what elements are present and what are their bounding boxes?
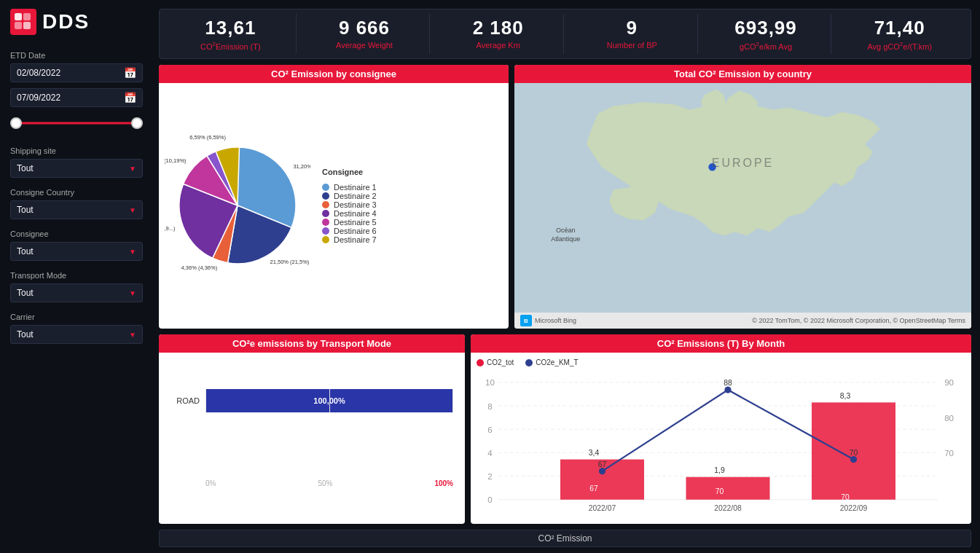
transport-chart-header: CO²e emissions by Transport Mode	[159, 334, 465, 353]
transport-bar-label-road: ROAD	[170, 396, 200, 405]
svg-text:2: 2	[487, 472, 492, 481]
line-dot-2	[724, 387, 731, 393]
kpi-gco2-km: 693,99 gCO2e/km Avg	[701, 14, 832, 54]
chevron-down-icon-4: ▼	[129, 289, 136, 297]
transport-axis: 0% 50% 100%	[170, 479, 453, 487]
svg-text:67: 67	[589, 485, 598, 493]
svg-text:10,19% (10,19%): 10,19% (10,19%)	[165, 157, 187, 164]
svg-text:23,96% (23,9...): 23,96% (23,9...)	[165, 225, 176, 232]
transport-bar-inner-road: 100,00%	[205, 389, 453, 412]
legend-item-6: Destinaire 7	[322, 235, 377, 244]
filter-consignee: Consignee Tout ▼	[10, 230, 143, 261]
dropdown-consignee[interactable]: Tout ▼	[10, 242, 143, 261]
combo-legend: CO2_tot CO2e_KM_T	[477, 358, 963, 366]
europe-map-svg	[514, 83, 971, 297]
transport-chart: ROAD 100,00%	[170, 389, 453, 476]
svg-text:80: 80	[944, 414, 954, 423]
kpi-label-weight: Average Weight	[305, 41, 424, 50]
svg-rect-1	[23, 13, 31, 20]
calendar-icon-end: 📅	[124, 92, 136, 103]
charts-row: CO² Emission by consignee 31,20% (31,2%)…	[159, 65, 971, 329]
dropdown-consigne-country[interactable]: Tout ▼	[10, 200, 143, 219]
bar-202208	[686, 477, 770, 500]
dropdown-transport-mode[interactable]: Tout ▼	[10, 283, 143, 302]
legend-dot-4	[322, 219, 329, 226]
monthly-chart-panel: CO² Emissions (T) By Month CO2_tot CO2e_…	[471, 334, 971, 524]
combo-svg: 10 8 6 4 2 0 90 80 70	[477, 369, 963, 521]
svg-rect-2	[15, 22, 22, 29]
bottom-title: CO² Emission	[159, 530, 971, 547]
map-europe-label: EUROPE	[712, 157, 775, 170]
map-area: EUROPE OcéanAtlantique	[514, 83, 971, 313]
legend-dot-co2	[477, 359, 484, 366]
legend-co2e-km: CO2e_KM_T	[525, 358, 578, 366]
kpi-value-km: 2 180	[439, 17, 557, 39]
pie-container: 31,20% (31,2%)21,50% (21,5%)4,36% (4,36%…	[165, 133, 310, 278]
kpi-value-bp: 9	[573, 17, 691, 39]
dropdown-carrier[interactable]: Tout ▼	[10, 325, 143, 344]
legend-dot-5	[322, 227, 329, 235]
legend-dot-6	[322, 236, 329, 243]
map-footer: B Microsoft Bing © 2022 TomTom, © 2022 M…	[514, 313, 971, 329]
filter-label-transport: Transport Mode	[10, 271, 143, 280]
combo-chart-area: 10 8 6 4 2 0 90 80 70	[477, 369, 963, 521]
range-thumb-left[interactable]	[10, 117, 22, 129]
legend-title: Consignee	[322, 168, 377, 176]
filter-label-country: Consigne Country	[10, 188, 143, 197]
map-chart-header: Total CO² Emission by country	[514, 65, 971, 83]
dropdown-shipping-site[interactable]: Tout ▼	[10, 159, 143, 178]
range-thumb-right[interactable]	[131, 117, 143, 129]
chevron-down-icon-3: ▼	[129, 248, 136, 256]
kpi-avg-gco2-tkm: 71,40 Avg gCO2e/(T.km)	[834, 14, 965, 54]
legend-label-3: Destinaire 4	[334, 209, 377, 218]
legend-item-0: Destinaire 1	[322, 183, 377, 192]
svg-text:8,3: 8,3	[840, 392, 851, 400]
svg-text:70: 70	[716, 487, 724, 495]
kpi-avg-weight: 9 666 Average Weight	[299, 14, 431, 54]
legend-label-2: Destinaire 3	[334, 200, 377, 209]
svg-rect-3	[23, 22, 31, 29]
bing-icon: B	[520, 315, 532, 326]
date-end-input[interactable]: 07/09/2022 📅	[10, 88, 143, 107]
kpi-label-gco2km: gCO2e/km Avg	[707, 41, 826, 51]
legend-label-6: Destinaire 7	[334, 235, 377, 244]
bottom-row: CO²e emissions by Transport Mode ROAD	[159, 334, 971, 524]
monthly-chart-header: CO² Emissions (T) By Month	[471, 334, 971, 353]
svg-text:3,4: 3,4	[589, 449, 600, 457]
date-range-slider[interactable]	[10, 116, 143, 130]
date-start-input[interactable]: 02/08/2022 📅	[10, 63, 143, 82]
svg-text:6,59% (6,59%): 6,59% (6,59%)	[189, 135, 226, 141]
axis-0: 0%	[205, 479, 216, 487]
pie-chart-panel: CO² Emission by consignee 31,20% (31,2%)…	[159, 65, 509, 329]
svg-text:31,20% (31,2%): 31,20% (31,2%)	[293, 163, 310, 170]
etd-label: ETD Date	[10, 51, 143, 60]
legend-label-co2: CO2_tot	[487, 358, 514, 366]
sidebar: DDS ETD Date 02/08/2022 📅 07/09/2022 📅 S…	[0, 0, 153, 553]
kpi-value-weight: 9 666	[305, 17, 424, 39]
chevron-down-icon-5: ▼	[129, 331, 136, 339]
kpi-co2-emission: 13,61 CO2Emission (T)	[165, 14, 297, 54]
svg-text:88: 88	[724, 379, 732, 387]
legend-co2-tot: CO2_tot	[477, 358, 514, 366]
logo-icon	[10, 9, 36, 35]
etd-section: ETD Date 02/08/2022 📅 07/09/2022 📅	[10, 51, 143, 136]
line-dot-1	[599, 468, 605, 474]
combo-chart-body: CO2_tot CO2e_KM_T 10 8 6 4 2	[471, 353, 971, 524]
bing-logo: B Microsoft Bing	[520, 315, 576, 326]
svg-rect-0	[15, 13, 22, 20]
legend-label-0: Destinaire 1	[334, 183, 377, 192]
svg-text:4,36% (4,36%): 4,36% (4,36%)	[181, 264, 218, 271]
legend-item-4: Destinaire 5	[322, 218, 377, 227]
svg-text:70: 70	[944, 449, 954, 458]
axis-100: 100%	[434, 479, 453, 487]
legend-items: Destinaire 1 Destinaire 2 Destinaire 3 D…	[322, 183, 377, 244]
legend-dot-3	[322, 210, 329, 217]
svg-text:70: 70	[841, 493, 850, 501]
svg-text:2022/08: 2022/08	[714, 504, 742, 512]
transport-chart-body: ROAD 100,00%	[159, 353, 465, 524]
range-track	[10, 122, 143, 125]
svg-text:67: 67	[598, 460, 607, 468]
filter-label-carrier: Carrier	[10, 313, 143, 321]
kpi-avg-km: 2 180 Average Km	[433, 14, 564, 54]
legend-label-1: Destinaire 2	[334, 192, 377, 200]
